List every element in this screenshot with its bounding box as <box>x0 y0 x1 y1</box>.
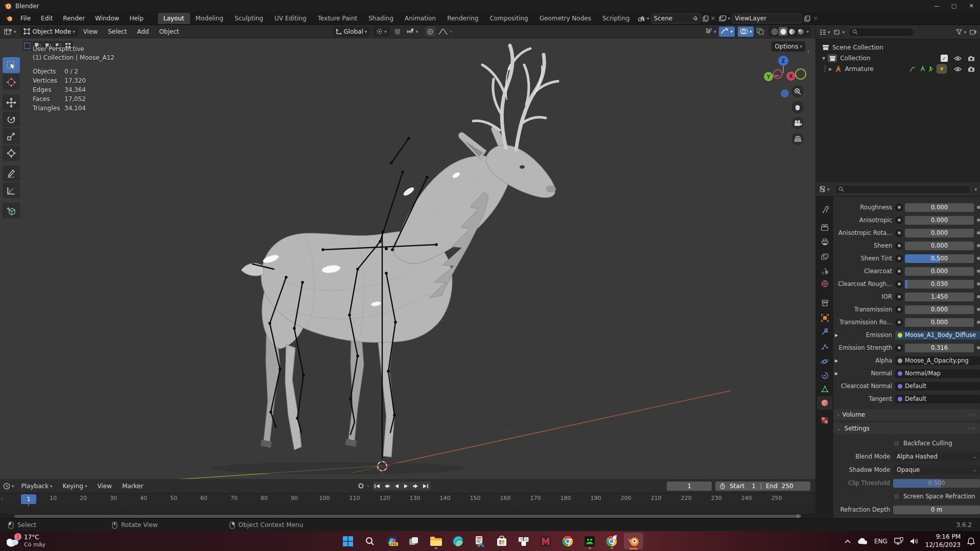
setting-shadow-mode[interactable]: Shadow ModeOpaque⌄ <box>835 464 980 475</box>
notifications-bell-icon[interactable] <box>967 537 975 545</box>
remove-view-layer-icon[interactable]: ✕ <box>813 15 818 22</box>
workspace-tab-uv-editing[interactable]: UV Editing <box>269 13 312 24</box>
setting-backface-culling[interactable]: Backface Culling <box>835 438 980 449</box>
tab-particles-icon[interactable] <box>817 340 832 353</box>
mode-selector[interactable]: Object Mode▾ <box>20 27 78 37</box>
workspace-tab-layout[interactable]: Layout <box>158 13 190 24</box>
prop-row-ior[interactable]: IOR1.450 <box>835 291 980 302</box>
new-scene-icon[interactable] <box>703 15 709 22</box>
workspace-tab-geometry-nodes[interactable]: Geometry Nodes <box>534 13 597 24</box>
outliner-row-collection[interactable]: ▼ Collection ✓ <box>816 53 980 63</box>
security-app-icon[interactable] <box>580 533 599 549</box>
setting-clip-threshold[interactable]: Clip Threshold0.500 <box>835 477 980 489</box>
start-button[interactable] <box>338 533 358 549</box>
animate-dot[interactable] <box>977 295 980 298</box>
animate-dot[interactable] <box>977 231 980 234</box>
animate-dot[interactable] <box>977 219 980 222</box>
new-view-layer-icon[interactable] <box>804 15 810 22</box>
overlays-toggle[interactable]: ▾ <box>738 27 754 37</box>
gizmos-toggle[interactable]: ▾ <box>719 27 735 37</box>
chrome-icon[interactable] <box>558 533 577 549</box>
current-frame-indicator[interactable]: 1 <box>21 494 36 504</box>
timeline-menu-view[interactable]: View <box>92 481 116 492</box>
outliner-editor-icon[interactable]: ▾ <box>819 29 830 35</box>
gizmo-y-neg-axis[interactable] <box>796 69 806 79</box>
snipping-tool-icon[interactable] <box>470 533 489 549</box>
unlink-scene-icon[interactable]: ✕ <box>711 15 716 22</box>
tray-chevron-icon[interactable] <box>845 539 851 543</box>
shading-wireframe-icon[interactable] <box>770 27 779 36</box>
prop-row-anisotropic[interactable]: Anisotropic0.000 <box>835 214 980 226</box>
properties-options-icon[interactable]: ▾ <box>974 187 977 192</box>
workspace-tab-rendering[interactable]: Rendering <box>441 13 484 24</box>
viewport-menu-select[interactable]: Select <box>103 26 132 37</box>
network-icon[interactable] <box>894 537 903 545</box>
tab-object-icon[interactable] <box>817 311 832 324</box>
disclosure-triangle-icon[interactable]: ▼ <box>822 56 825 61</box>
tab-texture-icon[interactable] <box>817 414 832 427</box>
scene-name-field[interactable]: Scene <box>651 13 701 23</box>
workspace-tab-sculpting[interactable]: Sculpting <box>229 13 269 24</box>
xray-toggle[interactable] <box>757 28 764 35</box>
input-keys-icon[interactable]: 字A <box>514 533 533 549</box>
workspace-tab-shading[interactable]: Shading <box>363 13 399 24</box>
previous-keyframe-button[interactable] <box>382 482 392 490</box>
task-view-icon[interactable] <box>404 533 424 549</box>
outliner-row-armature[interactable]: │ ▶ Armature ▼ <box>816 64 980 74</box>
prop-row-clearcoat-roughness[interactable]: Clearcoat Rough...0.030 <box>835 278 980 290</box>
hide-eye-icon[interactable] <box>954 66 962 72</box>
tab-scene-icon[interactable] <box>817 264 832 277</box>
expand-channels-arrow[interactable]: › <box>1 496 3 501</box>
animate-dot[interactable] <box>977 346 980 349</box>
jump-to-start-button[interactable] <box>372 482 382 490</box>
timeline-menu-playback[interactable]: Playback▾ <box>16 481 58 492</box>
outliner-row-scene-collection[interactable]: Scene Collection <box>816 42 980 53</box>
volume-panel-header[interactable]: ›Volume⁙⁙ <box>833 409 980 420</box>
tab-physics-icon[interactable] <box>817 355 832 368</box>
new-collection-icon[interactable] <box>970 29 977 35</box>
current-frame-field[interactable]: 1 <box>667 482 712 491</box>
menu-file[interactable]: File <box>15 13 36 24</box>
pivot-point-selector[interactable]: ▾ <box>373 27 390 37</box>
snap-target-selector[interactable]: ▾ <box>403 27 422 37</box>
prop-row-sheen-tint[interactable]: Sheen Tint0.500 <box>835 253 980 264</box>
properties-search-input[interactable] <box>835 185 971 194</box>
workspace-tab-animation[interactable]: Animation <box>399 13 441 24</box>
prop-row-transmission-roughness[interactable]: Transmission Ro...0.000 <box>835 317 980 328</box>
workspace-tab-modeling[interactable]: Modeling <box>190 13 229 24</box>
snap-magnet-icon[interactable] <box>394 28 401 35</box>
tab-constraints-icon[interactable] <box>817 369 832 382</box>
scene-canvas[interactable]: Z Y X <box>0 38 815 479</box>
exclude-checkbox[interactable]: ✓ <box>941 55 948 62</box>
prop-row-clearcoat[interactable]: Clearcoat0.000 <box>835 266 980 277</box>
filter-icon[interactable]: ▾ <box>956 29 966 35</box>
ssr-checkbox[interactable] <box>893 493 900 500</box>
auto-keying-button[interactable] <box>356 482 366 490</box>
timeline-menu-marker[interactable]: Marker <box>117 481 148 492</box>
tab-render-icon[interactable] <box>817 221 832 234</box>
workspace-tab-compositing[interactable]: Compositing <box>484 13 533 24</box>
proportional-editing-icon[interactable] <box>425 27 435 37</box>
shading-rendered-icon[interactable] <box>796 27 805 36</box>
view-layer-icon[interactable]: ▾ <box>719 15 731 22</box>
prop-row-clearcoat-normal[interactable]: Clearcoat NormalDefault <box>835 380 980 392</box>
tab-object-data-icon[interactable] <box>817 382 832 396</box>
frame-range-fields[interactable]: Start1 | End250 <box>715 482 810 491</box>
shading-solid-icon[interactable] <box>779 27 787 36</box>
socket-toggle[interactable] <box>895 229 903 237</box>
socket-toggle[interactable] <box>895 306 903 314</box>
clock-widget[interactable]: 9:16 PM 12/16/2023 <box>925 533 961 549</box>
pin-icon[interactable] <box>693 16 698 21</box>
disable-render-camera-icon[interactable] <box>968 66 975 72</box>
prop-row-sheen[interactable]: Sheen0.000 <box>835 240 980 251</box>
scene-icon[interactable]: ▾ <box>638 15 649 22</box>
timeline-channel-area[interactable] <box>0 506 815 514</box>
setting-refraction-depth[interactable]: Refraction Depth0 m <box>835 504 980 515</box>
onedrive-icon[interactable] <box>857 538 868 544</box>
tab-material-icon[interactable] <box>817 396 832 410</box>
falloff-curve-icon[interactable]: ▾ <box>438 28 452 35</box>
maximize-button[interactable]: ▢ <box>945 0 963 12</box>
viewport-menu-object[interactable]: Object <box>154 26 184 37</box>
socket-toggle[interactable] <box>895 268 903 275</box>
prop-row-alpha[interactable]: ▶AlphaMoose_A_Opacity.png <box>835 355 980 366</box>
